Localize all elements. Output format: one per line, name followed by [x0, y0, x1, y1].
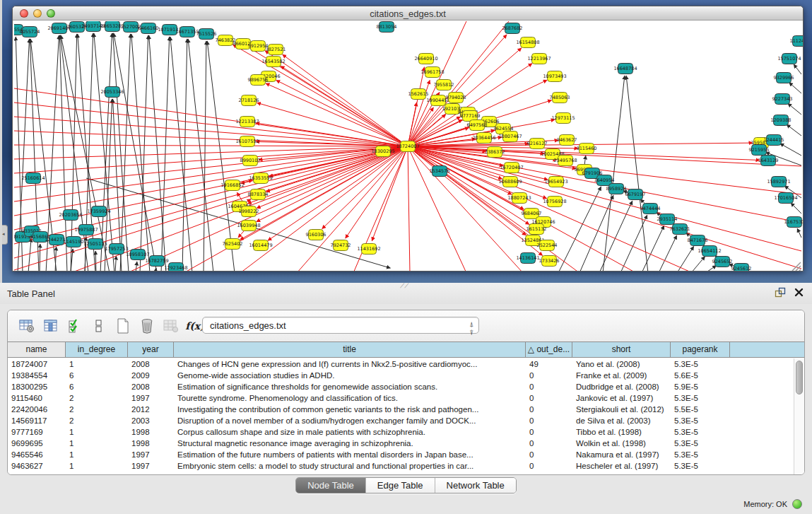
graph-node[interactable]: 6497568 [467, 120, 488, 131]
table-cell[interactable]: 2 [66, 392, 128, 404]
graph-node[interactable]: 7463822 [216, 35, 236, 46]
table-cell[interactable]: 2009 [128, 370, 174, 381]
table-scrollbar-thumb[interactable] [796, 361, 803, 395]
table-row[interactable]: 1938455462009Genome-wide association stu… [8, 370, 794, 381]
graph-node[interactable]: 1921032 [442, 104, 463, 115]
table-cell[interactable]: Jankovic et al. (1997) [572, 392, 671, 404]
table-cell[interactable]: 2012 [128, 404, 174, 415]
table-cell[interactable]: 1997 [128, 392, 174, 404]
graph-node[interactable]: 14136141 [516, 253, 539, 264]
table-cell[interactable]: 0 [526, 449, 572, 460]
table-cell[interactable]: 5.9E-5 [671, 381, 730, 392]
graph-edge[interactable] [120, 34, 131, 271]
graph-node[interactable]: 10719133 [158, 25, 181, 35]
column-header-name[interactable]: name [8, 342, 66, 357]
graph-node[interactable]: 9245652 [712, 257, 733, 267]
graph-edge[interactable] [780, 144, 801, 156]
table-cell[interactable]: 0 [526, 370, 572, 381]
graph-edge[interactable] [204, 41, 206, 271]
column-header-short[interactable]: short [572, 342, 671, 357]
table-cell[interactable]: 18300295 [8, 381, 66, 392]
graph-edge[interactable] [14, 117, 408, 146]
graph-node[interactable]: 17016504 [774, 193, 797, 204]
graph-node[interactable]: 1156869 [30, 232, 51, 243]
graph-node[interactable]: 10654112 [698, 246, 721, 257]
table-row[interactable]: 946554611997Estimation of the future num… [8, 449, 794, 460]
table-selector-dropdown[interactable]: citations_edges.txt ⍋⍒ [202, 317, 479, 334]
graph-edge[interactable] [408, 146, 410, 271]
graph-node[interactable]: 1527002 [121, 22, 141, 33]
table-cell[interactable]: 2008 [128, 358, 174, 370]
table-cell[interactable]: 5.6E-5 [671, 370, 730, 381]
table-cell[interactable]: 0 [526, 460, 572, 472]
table-cell[interactable]: 5.3E-5 [671, 449, 730, 460]
table-cell[interactable]: 9465546 [8, 449, 66, 460]
graph-edge[interactable] [408, 146, 801, 251]
graph-node[interactable]: 20691406 [47, 23, 71, 34]
graph-node[interactable]: 7955812 [434, 80, 454, 90]
table-cell[interactable]: 1998 [128, 426, 174, 438]
table-row[interactable]: 1872400712008Changes of HCN gene express… [8, 358, 794, 370]
graph-node[interactable]: 8813054 [377, 22, 397, 33]
graph-node[interactable]: 9896756 [248, 75, 269, 86]
graph-node[interactable]: 16353559 [249, 173, 272, 184]
table-cell[interactable]: 14569117 [8, 415, 66, 426]
graph-node[interactable]: 16154808 [516, 37, 539, 48]
graph-edge[interactable] [579, 195, 613, 271]
table-cell[interactable]: 19384554 [8, 370, 66, 381]
graph-node[interactable]: 9245612 [731, 264, 752, 272]
graph-node[interactable]: 12213967 [527, 54, 551, 64]
graph-edge[interactable] [94, 33, 114, 271]
graph-node[interactable]: 9215955 [749, 145, 770, 156]
column-visibility-icon[interactable] [40, 315, 61, 337]
graph-edge[interactable] [114, 33, 157, 271]
graph-edge[interactable] [584, 156, 586, 165]
table-cell[interactable]: 5.3E-5 [671, 392, 730, 404]
table-cell[interactable]: 1997 [128, 460, 174, 472]
graph-node[interactable]: 1209388 [771, 115, 792, 126]
table-scrollbar[interactable] [794, 358, 804, 474]
table-cell[interactable]: 6 [66, 370, 128, 381]
graph-node[interactable]: 2522544 [537, 240, 558, 251]
table-cell[interactable]: Genome-wide association studies in ADHD. [174, 370, 526, 381]
table-options-icon[interactable] [16, 315, 37, 337]
graph-node[interactable]: 8471676 [688, 235, 708, 246]
graph-node[interactable]: 16648784 [613, 64, 637, 74]
graph-edge[interactable] [60, 35, 88, 271]
row-height-icon[interactable] [88, 315, 110, 337]
graph-node[interactable]: 11431692 [357, 244, 380, 255]
table-cell[interactable]: 2008 [128, 381, 174, 392]
graph-node[interactable]: 1562615 [408, 89, 429, 100]
graph-edge[interactable] [791, 203, 801, 214]
column-header-out-degree[interactable]: △ out_de... [526, 342, 572, 357]
graph-edge[interactable] [257, 103, 408, 146]
graph-node[interactable]: 12923468 [164, 263, 187, 272]
graph-node[interactable]: 8990107 [240, 156, 261, 166]
table-row[interactable]: 911546021997Tourette syndrome. Phenomeno… [8, 392, 794, 404]
close-panel-icon[interactable] [794, 288, 804, 297]
graph-node[interactable]: 3827521 [266, 45, 286, 55]
table-cell[interactable]: 0 [526, 426, 572, 438]
graph-edge[interactable] [233, 45, 408, 146]
graph-edge[interactable] [136, 262, 137, 271]
table-cell[interactable]: Franke et al. (2009) [572, 370, 671, 381]
graph-node[interactable]: 25160614 [21, 173, 45, 184]
graph-node[interactable]: 1145190 [64, 237, 84, 247]
graph-edge[interactable] [265, 51, 408, 146]
graph-edge[interactable] [620, 215, 647, 271]
graph-edge[interactable] [155, 268, 156, 271]
graph-edge[interactable] [297, 146, 408, 271]
table-row[interactable]: 969969511998Structural magnetic resonanc… [8, 438, 794, 449]
table-cell[interactable]: Nakamura et al. (1997) [572, 449, 671, 460]
graph-edge[interactable] [797, 228, 801, 238]
graph-edge[interactable] [677, 246, 694, 271]
graph-edge[interactable] [115, 256, 116, 271]
graph-node[interactable]: 9329966 [774, 73, 794, 83]
table-cell[interactable]: 1 [66, 449, 128, 460]
graph-node[interactable]: 1615132 [526, 224, 547, 235]
table-cell[interactable]: 22420046 [8, 404, 66, 415]
graph-edge[interactable] [659, 235, 677, 271]
graph-node[interactable]: 9227343 [772, 94, 793, 105]
table-cell[interactable]: 0 [526, 415, 572, 426]
graph-node[interactable]: 14671355 [175, 27, 199, 37]
